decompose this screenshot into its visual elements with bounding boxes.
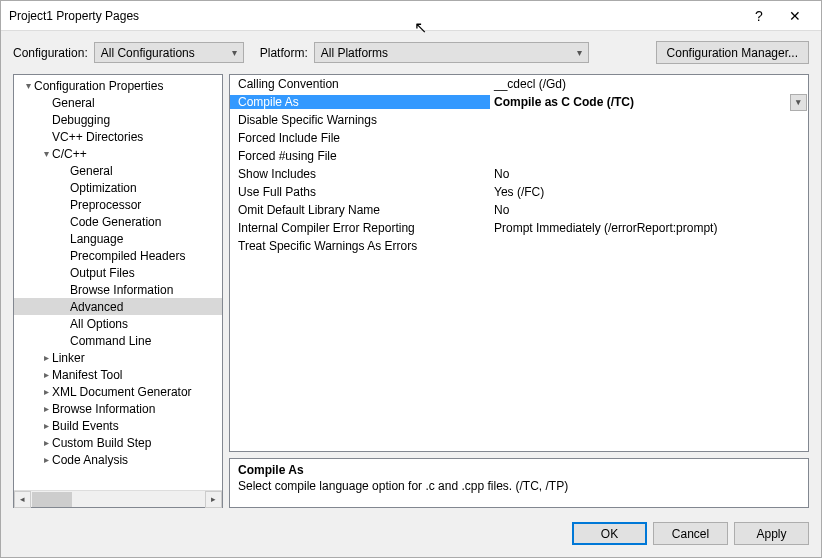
property-row[interactable]: Forced #using File [230,147,808,165]
tree-item[interactable]: ▸Browse Information [14,400,222,417]
expand-icon[interactable]: ▸ [40,352,52,363]
dialog-buttons: OK Cancel Apply [1,516,821,557]
tree-item[interactable]: VC++ Directories [14,128,222,145]
property-row[interactable]: Disable Specific Warnings [230,111,808,129]
apply-button[interactable]: Apply [734,522,809,545]
platform-label: Platform: [260,46,308,60]
description-title: Compile As [238,463,800,477]
cancel-button[interactable]: Cancel [653,522,728,545]
configuration-manager-button[interactable]: Configuration Manager... [656,41,809,64]
tree-item[interactable]: Precompiled Headers [14,247,222,264]
description-panel: Compile As Select compile language optio… [229,458,809,508]
help-button[interactable]: ? [741,8,777,24]
tree-item-label: Browse Information [70,283,173,297]
property-value[interactable]: No [490,167,808,181]
tree-item-label: Build Events [52,419,119,433]
tree-item[interactable]: Language [14,230,222,247]
tree-item-label: Manifest Tool [52,368,122,382]
expand-icon[interactable]: ▸ [40,403,52,414]
property-row[interactable]: Forced Include File [230,129,808,147]
tree-item-label: Optimization [70,181,137,195]
close-button[interactable]: ✕ [777,8,813,24]
tree-item-label: Advanced [70,300,123,314]
property-row[interactable]: Omit Default Library NameNo [230,201,808,219]
configuration-value: All Configurations [101,46,195,60]
tree-item[interactable]: Command Line [14,332,222,349]
property-name: Disable Specific Warnings [230,113,490,127]
expand-icon[interactable]: ▾ [40,148,52,159]
property-name: Omit Default Library Name [230,203,490,217]
configuration-label: Configuration: [13,46,88,60]
property-row[interactable]: Internal Compiler Error ReportingPrompt … [230,219,808,237]
tree-item-label: XML Document Generator [52,385,192,399]
tree-item[interactable]: Code Generation [14,213,222,230]
property-name: Use Full Paths [230,185,490,199]
property-row[interactable]: Calling Convention__cdecl (/Gd) [230,75,808,93]
property-value[interactable]: No [490,203,808,217]
tree-horizontal-scrollbar[interactable]: ◂ ▸ [14,490,222,507]
tree-pane: ▾Configuration PropertiesGeneralDebuggin… [13,74,223,508]
tree-item-label: Precompiled Headers [70,249,185,263]
scroll-thumb[interactable] [32,492,72,507]
tree-item[interactable]: Debugging [14,111,222,128]
property-name: Forced #using File [230,149,490,163]
property-row[interactable]: Show IncludesNo [230,165,808,183]
configuration-dropdown[interactable]: All Configurations ▾ [94,42,244,63]
expand-icon[interactable]: ▸ [40,454,52,465]
tree-item[interactable]: ▾Configuration Properties [14,77,222,94]
tree-item-label: Preprocessor [70,198,141,212]
property-row[interactable]: Treat Specific Warnings As Errors [230,237,808,255]
tree-item-label: C/C++ [52,147,87,161]
property-name: Forced Include File [230,131,490,145]
scroll-left-icon[interactable]: ◂ [14,491,31,508]
platform-dropdown[interactable]: All Platforms ▾ [314,42,589,63]
chevron-down-icon: ▾ [577,47,582,58]
right-pane: Calling Convention__cdecl (/Gd)Compile A… [229,74,809,508]
property-pages-window: Project1 Property Pages ? ✕ Configuratio… [0,0,822,558]
property-value[interactable]: Yes (/FC) [490,185,808,199]
tree-item[interactable]: General [14,162,222,179]
ok-button[interactable]: OK [572,522,647,545]
tree-item[interactable]: ▸Build Events [14,417,222,434]
tree-item[interactable]: Preprocessor [14,196,222,213]
tree-item-label: Language [70,232,123,246]
tree-item[interactable]: ▸Code Analysis [14,451,222,468]
expand-icon[interactable]: ▸ [40,369,52,380]
property-row[interactable]: Compile AsCompile as C Code (/TC)▾ [230,93,808,111]
tree-item[interactable]: ▾C/C++ [14,145,222,162]
tree-item[interactable]: Optimization [14,179,222,196]
tree-item[interactable]: ▸Custom Build Step [14,434,222,451]
tree-item[interactable]: Advanced [14,298,222,315]
scroll-right-icon[interactable]: ▸ [205,491,222,508]
property-name: Calling Convention [230,77,490,91]
tree-item[interactable]: All Options [14,315,222,332]
property-value[interactable]: __cdecl (/Gd) [490,77,808,91]
chevron-down-icon[interactable]: ▾ [790,94,807,111]
tree-item[interactable]: ▸XML Document Generator [14,383,222,400]
tree-item-label: All Options [70,317,128,331]
tree-item-label: Browse Information [52,402,155,416]
tree-item[interactable]: ▸Linker [14,349,222,366]
tree-item-label: Output Files [70,266,135,280]
expand-icon[interactable]: ▸ [40,386,52,397]
expand-icon[interactable]: ▸ [40,420,52,431]
expand-icon[interactable]: ▾ [22,80,34,91]
property-value[interactable]: Prompt Immediately (/errorReport:prompt) [490,221,808,235]
tree-item-label: Linker [52,351,85,365]
tree-item-label: Code Generation [70,215,161,229]
description-text: Select compile language option for .c an… [238,479,800,493]
tree-item[interactable]: Browse Information [14,281,222,298]
property-row[interactable]: Use Full PathsYes (/FC) [230,183,808,201]
tree-item[interactable]: Output Files [14,264,222,281]
tree-item[interactable]: ▸Manifest Tool [14,366,222,383]
nav-tree[interactable]: ▾Configuration PropertiesGeneralDebuggin… [14,75,222,490]
property-grid[interactable]: Calling Convention__cdecl (/Gd)Compile A… [229,74,809,452]
expand-icon[interactable]: ▸ [40,437,52,448]
property-name: Treat Specific Warnings As Errors [230,239,490,253]
platform-value: All Platforms [321,46,388,60]
tree-item-label: Code Analysis [52,453,128,467]
tree-item[interactable]: General [14,94,222,111]
tree-item-label: VC++ Directories [52,130,143,144]
property-value[interactable]: Compile as C Code (/TC)▾ [490,94,808,111]
property-name: Show Includes [230,167,490,181]
